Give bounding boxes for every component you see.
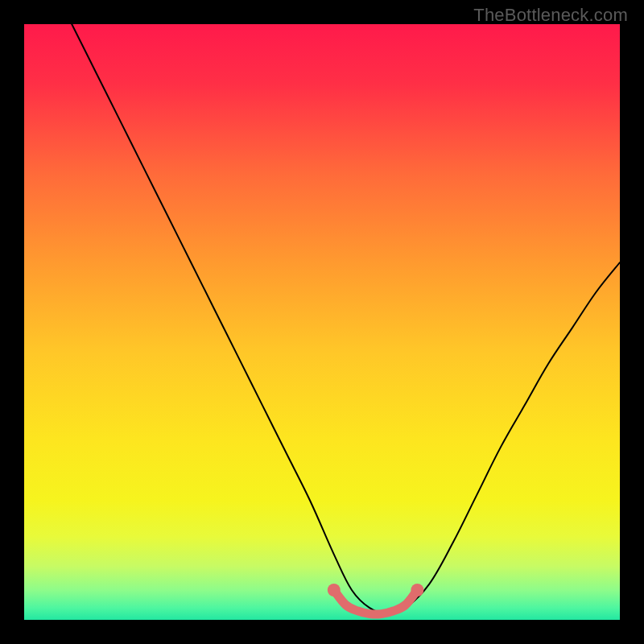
chart-frame: TheBottleneck.com [0,0,644,644]
curve-layer [24,24,620,620]
bottom-highlight [334,590,418,614]
highlight-start-dot [328,584,341,597]
highlight-end-dot [411,584,423,597]
watermark-text: TheBottleneck.com [473,5,628,26]
bottleneck-curve [72,24,620,614]
plot-area [24,24,620,620]
